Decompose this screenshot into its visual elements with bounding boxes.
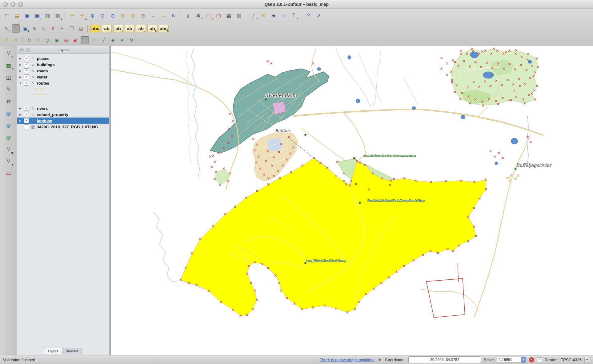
rotate-feature-icon[interactable]: ↻ <box>31 25 38 32</box>
paste-features-icon[interactable]: ▤ <box>77 25 85 32</box>
new-project-icon[interactable]: □ <box>2 11 11 20</box>
pan-to-selection-icon[interactable]: ✛● <box>78 11 86 20</box>
show-bookmarks-icon[interactable]: ☆ <box>279 11 288 20</box>
zoom-full-extent-icon[interactable]: ⊛ <box>118 11 127 20</box>
add-mssql-layer-icon[interactable]: ⇄ <box>4 97 13 106</box>
add-wfs-layer-icon[interactable]: ◍ <box>4 133 13 142</box>
cut-features-icon[interactable]: ✂ <box>58 25 66 32</box>
help-contents-icon[interactable]: ? <box>304 11 313 20</box>
redo-icon[interactable]: ↻ <box>12 36 19 44</box>
layer-item-buildings[interactable]: ▶✓▱buildings <box>17 62 109 68</box>
field-calculator-icon[interactable]: ▩ <box>234 11 243 20</box>
pin-unpin-labels-icon[interactable]: ab+ <box>113 25 123 32</box>
rotate-point-symbols-icon[interactable]: ✶ <box>118 36 126 44</box>
layer-visibility-checkbox[interactable]: ✓ <box>24 112 29 117</box>
identify-features-icon[interactable]: ℹ <box>184 11 192 20</box>
layer-item-water[interactable]: ▶✓∿water <box>17 74 109 80</box>
copy-features-icon[interactable]: ❐ <box>68 25 75 32</box>
delete-ring-icon[interactable]: ◎ <box>62 36 70 44</box>
add-raster-layer-icon[interactable]: ▦+ <box>4 61 13 70</box>
select-features-icon[interactable]: ▢▾ <box>204 11 213 20</box>
composer-manager-icon[interactable]: ▥≡ <box>53 11 62 20</box>
layer-item-rivers[interactable]: ▶✓∿rivers <box>17 105 109 111</box>
remove-layer-icon[interactable]: ▭ <box>4 169 13 178</box>
new-bookmark-icon[interactable]: ★ <box>269 11 278 20</box>
scale-combo[interactable]: 1:19951 ▾ <box>497 357 526 363</box>
coordinate-input[interactable] <box>408 356 481 363</box>
panel-tab-browser[interactable]: Browser <box>62 348 82 354</box>
add-spatialite-layer-icon[interactable]: ✎ <box>4 85 13 94</box>
simplify-features-icon[interactable]: ≈ <box>34 36 42 44</box>
toggle-editing-icon[interactable]: ✎ <box>12 24 20 33</box>
layer-item-roads[interactable]: ▶✓∿roads <box>17 68 109 74</box>
rotate-label-icon[interactable]: ab↻ <box>147 25 157 32</box>
layer-item-landuse[interactable]: ▶✓✎landuse <box>17 118 109 124</box>
layer-item-3420C_2010_327_RGB_LATLNG[interactable]: ▦3420C_2010_327_RGB_LATLNG <box>17 124 109 130</box>
layer-visibility-checkbox[interactable]: ✓ <box>24 118 29 123</box>
layer-visibility-checkbox[interactable]: ✓ <box>24 68 29 73</box>
pan-map-icon[interactable]: ✛ <box>68 11 76 20</box>
close-window-button[interactable] <box>3 2 8 7</box>
zoom-to-selection-icon[interactable]: ⊕ <box>129 11 137 20</box>
add-wms-layer-icon[interactable]: ◍ <box>4 109 13 118</box>
layer-visibility-checkbox[interactable]: ✓ <box>24 56 29 61</box>
save-project-icon[interactable]: ▣ <box>23 11 31 20</box>
snap-options-icon[interactable]: ↻ <box>127 36 135 44</box>
layer-visibility-checkbox[interactable] <box>24 124 29 129</box>
add-ring-icon[interactable]: ◎ <box>44 36 51 44</box>
panel-float-icon[interactable]: ▫ <box>26 48 30 52</box>
plugin-icon[interactable]: ❖ <box>377 357 382 362</box>
split-features-icon[interactable]: ╱ <box>100 36 107 44</box>
map-canvas[interactable]: SwellendamRailtonBuffeljagsrivierBontebo… <box>111 46 593 355</box>
open-attribute-table-icon[interactable]: ▦ <box>224 11 233 20</box>
layer-visibility-checkbox[interactable]: ✓ <box>24 81 29 86</box>
save-project-as-icon[interactable]: ▣+ <box>33 11 42 20</box>
layer-visibility-checkbox[interactable]: ✓ <box>24 62 29 67</box>
expand-arrow-icon[interactable]: ▶ <box>19 119 22 122</box>
zoom-last-icon[interactable]: ← <box>149 11 158 20</box>
merge-features-icon[interactable]: ◈ <box>109 36 117 44</box>
reshape-features-icon[interactable]: ⌒ <box>81 36 89 44</box>
new-shapefile-layer-icon[interactable]: V✱ <box>4 145 13 154</box>
zoom-to-layer-icon[interactable]: ⊕ <box>139 11 147 20</box>
deselect-features-icon[interactable]: ▢ <box>214 11 223 20</box>
whats-this-icon[interactable]: ➚ <box>314 11 323 20</box>
new-print-composer-icon[interactable]: ▥ <box>43 11 52 20</box>
layer-visibility-checkbox[interactable]: ✓ <box>24 106 29 111</box>
expand-arrow-icon[interactable]: ▼ <box>19 82 22 85</box>
offset-curve-icon[interactable]: ◜ <box>90 36 98 44</box>
layer-item-school_property[interactable]: ▶✓▱school_property <box>17 111 109 118</box>
expand-arrow-icon[interactable]: ▶ <box>19 57 22 60</box>
expand-arrow-icon[interactable]: ▶ <box>19 63 22 66</box>
minimize-window-button[interactable] <box>10 2 15 7</box>
delete-part-icon[interactable]: ◉ <box>71 36 79 44</box>
undo-icon[interactable]: ↺ <box>2 36 10 44</box>
plugin-available-link[interactable]: There is a new plugin available <box>319 358 375 362</box>
text-annotation-icon[interactable]: T▾ <box>290 11 298 20</box>
layer-item-places[interactable]: ▶✓∵places <box>17 55 109 62</box>
expand-arrow-icon[interactable]: ▶ <box>19 113 22 116</box>
zoom-in-icon[interactable]: ⊕ <box>88 11 97 20</box>
layer-visibility-checkbox[interactable]: ✓ <box>24 74 29 79</box>
change-label-icon[interactable]: abc✎ <box>159 25 169 32</box>
panel-close-icon[interactable]: ✕ <box>19 48 24 52</box>
layer-labeling-options-icon[interactable]: ab <box>102 25 112 32</box>
delete-selected-icon[interactable]: ✗ <box>49 25 57 32</box>
add-part-icon[interactable]: ◉ <box>53 36 61 44</box>
add-wcs-layer-icon[interactable]: ◍ <box>4 121 13 130</box>
add-postgis-layer-icon[interactable]: ◫ <box>4 73 13 82</box>
expand-arrow-icon[interactable]: ▶ <box>19 76 22 78</box>
layer-item-routes[interactable]: ▼✓∿routes <box>17 80 109 86</box>
simplify-feature-icon[interactable]: ∿ <box>40 25 48 32</box>
save-layer-edits-icon[interactable]: ▣✎ <box>22 25 29 32</box>
measure-line-icon[interactable]: ╱▾ <box>249 11 258 20</box>
zoom-native-icon[interactable]: ⊙ <box>108 11 117 20</box>
zoom-out-icon[interactable]: ⊖ <box>98 11 107 20</box>
map-tips-icon[interactable]: ✉ <box>259 11 268 20</box>
zoom-next-icon[interactable]: → <box>159 11 168 20</box>
open-project-icon[interactable]: ▤ <box>13 11 21 20</box>
show-hide-labels-icon[interactable]: ab± <box>125 25 134 32</box>
stop-render-icon[interactable]: ✕ <box>529 357 534 362</box>
refresh-map-icon[interactable]: ↻ <box>169 11 178 20</box>
run-feature-action-icon[interactable]: ✱▾ <box>194 11 202 20</box>
